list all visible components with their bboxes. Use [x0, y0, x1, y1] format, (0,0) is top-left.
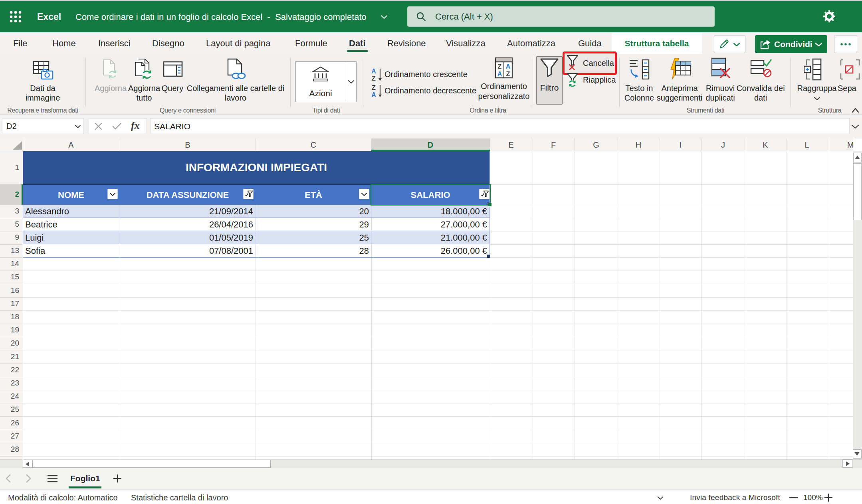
svg-text:A: A [371, 68, 376, 75]
svg-text:A: A [497, 71, 502, 77]
svg-text:Z: Z [506, 71, 510, 77]
svg-text:A: A [506, 63, 511, 70]
svg-text:Z: Z [498, 63, 502, 70]
